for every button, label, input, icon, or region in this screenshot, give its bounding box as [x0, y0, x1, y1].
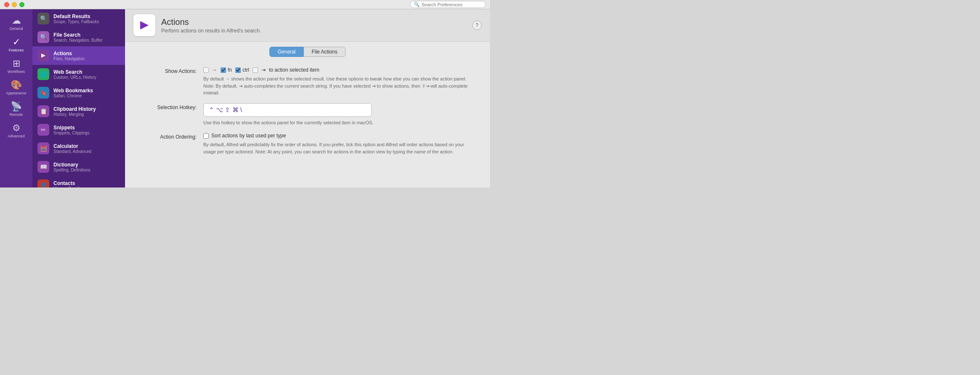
nav-panel: 🔍 Default Results Scope, Types, Fallback… [32, 9, 125, 188]
show-actions-control: → fn ctrl ⇥ to action selected [203, 67, 473, 96]
hotkey-field[interactable]: ⌃ ⌥ ⇧ ⌘ \ [203, 103, 372, 117]
traffic-lights [4, 2, 24, 7]
show-actions-description: By default → shows the action panel for … [203, 75, 473, 96]
page-subtitle: Perform actions on results in Alfred's s… [161, 28, 466, 34]
arrow-checkbox[interactable] [203, 67, 209, 73]
sidebar-label-workflows: Workflows [8, 70, 25, 74]
page-icon [133, 14, 155, 36]
nav-text-file-search: File Search Search, Navigation, Buffer [53, 32, 103, 43]
close-button[interactable] [4, 2, 9, 7]
actions-icon [37, 50, 49, 62]
sidebar: ☁ General ✓ Features ⊞ Workflows 🎨 Appea… [0, 9, 32, 188]
tab-checkbox[interactable] [253, 67, 258, 73]
sidebar-item-workflows[interactable]: ⊞ Workflows [0, 56, 32, 77]
action-ordering-text: Sort actions by last used per type [211, 133, 286, 139]
features-icon: ✓ [13, 38, 20, 47]
action-ordering-row: Action Ordering: Sort actions by last us… [142, 133, 473, 155]
nav-text-actions: Actions Files, Navigation [53, 51, 85, 61]
nav-item-clipboard[interactable]: 📋 Clipboard History History, Merging [32, 102, 125, 121]
page-title-area: Actions Perform actions on results in Al… [161, 17, 466, 34]
hotkey-symbols: ⌃ ⌥ ⇧ ⌘ \ [209, 106, 242, 114]
nav-item-web-search[interactable]: 🌐 Web Search Custom, URLs, History [32, 65, 125, 83]
tab-general[interactable]: General [269, 47, 304, 57]
show-actions-controls: → fn ctrl ⇥ to action selected [203, 67, 473, 73]
search-icon: 🔍 [414, 2, 420, 7]
general-icon: ☁ [12, 16, 21, 25]
nav-text-web-bookmarks: Web Bookmarks Safari, Chrome [53, 88, 93, 98]
show-actions-label: Show Actions: [142, 67, 197, 74]
ctrl-checkbox[interactable] [235, 67, 241, 73]
file-search-icon: 🔍 [37, 31, 49, 43]
sidebar-label-remote: Remote [10, 112, 23, 117]
search-bar[interactable]: 🔍 [410, 1, 486, 8]
search-input[interactable] [421, 2, 482, 7]
contacts-icon: 👤 [37, 179, 49, 188]
nav-text-default-results: Default Results Scope, Types, Fallbacks [53, 13, 99, 24]
content-body: Show Actions: → fn ctrl [125, 60, 490, 188]
ctrl-label: ctrl [242, 67, 249, 73]
workflows-icon: ⊞ [13, 59, 20, 68]
fn-checkbox[interactable] [221, 67, 226, 73]
minimize-button[interactable] [12, 2, 17, 7]
hotkey-description: Use this hotkey to show the actions pane… [203, 119, 473, 126]
titlebar: 🔍 [0, 0, 490, 9]
help-button[interactable]: ? [472, 21, 482, 30]
nav-item-dictionary[interactable]: 📖 Dictionary Spelling, Definitions [32, 158, 125, 176]
nav-text-web-search: Web Search Custom, URLs, History [53, 69, 96, 80]
appearance-icon: 🎨 [11, 80, 22, 90]
content-header: Actions Perform actions on results in Al… [125, 9, 490, 42]
to-action-text: to action selected item [269, 67, 319, 73]
content-area: Actions Perform actions on results in Al… [125, 9, 490, 188]
nav-text-clipboard: Clipboard History History, Merging [53, 106, 96, 117]
remote-icon: 📡 [11, 102, 22, 111]
nav-text-calculator: Calculator Standard, Advanced [53, 143, 91, 154]
ctrl-checkbox-group: ctrl [235, 67, 249, 73]
fn-checkbox-group: fn [221, 67, 232, 73]
tabs-bar: General File Actions [125, 42, 490, 60]
show-actions-row: Show Actions: → fn ctrl [142, 67, 473, 96]
sidebar-label-advanced: Advanced [8, 134, 24, 138]
sidebar-item-remote[interactable]: 📡 Remote [0, 99, 32, 120]
selection-hotkey-row: Selection Hotkey: ⌃ ⌥ ⇧ ⌘ \ Use this hot… [142, 103, 473, 126]
dictionary-icon: 📖 [37, 161, 49, 173]
web-search-icon: 🌐 [37, 68, 49, 80]
advanced-icon: ⚙ [12, 123, 21, 133]
settings-section: Show Actions: → fn ctrl [142, 67, 473, 155]
action-ordering-control: Sort actions by last used per type By de… [203, 133, 473, 155]
nav-text-snippets: Snippets Snippets, Clippings [53, 125, 90, 135]
nav-item-contacts[interactable]: 👤 Contacts Viewer, Emailing [32, 176, 125, 188]
nav-text-dictionary: Dictionary Spelling, Definitions [53, 162, 91, 172]
selection-hotkey-label: Selection Hotkey: [142, 103, 197, 110]
arrow-right-symbol: → [212, 67, 217, 73]
tab-file-actions[interactable]: File Actions [304, 47, 345, 57]
sidebar-label-features: Features [9, 48, 24, 52]
sidebar-item-general[interactable]: ☁ General [0, 13, 32, 34]
sidebar-item-appearance[interactable]: 🎨 Appearance [0, 77, 32, 99]
sidebar-item-features[interactable]: ✓ Features [0, 34, 32, 56]
svg-marker-1 [140, 21, 149, 29]
snippets-icon: ✂ [37, 124, 49, 136]
main-container: ☁ General ✓ Features ⊞ Workflows 🎨 Appea… [0, 9, 490, 188]
maximize-button[interactable] [19, 2, 24, 7]
action-ordering-group: Sort actions by last used per type [203, 133, 473, 139]
page-title: Actions [161, 17, 466, 27]
nav-item-snippets[interactable]: ✂ Snippets Snippets, Clippings [32, 121, 125, 139]
action-ordering-label: Action Ordering: [142, 133, 197, 140]
fn-label: fn [228, 67, 232, 73]
nav-item-web-bookmarks[interactable]: 🔖 Web Bookmarks Safari, Chrome [32, 83, 125, 102]
selection-hotkey-control: ⌃ ⌥ ⇧ ⌘ \ Use this hotkey to show the ac… [203, 103, 473, 126]
nav-item-actions[interactable]: Actions Files, Navigation [32, 46, 125, 65]
nav-item-file-search[interactable]: 🔍 File Search Search, Navigation, Buffer [32, 28, 125, 46]
sidebar-label-general: General [9, 27, 23, 31]
sidebar-item-advanced[interactable]: ⚙ Advanced [0, 120, 32, 142]
calculator-icon: 🧮 [37, 142, 49, 154]
action-ordering-checkbox[interactable] [203, 133, 209, 139]
nav-item-calculator[interactable]: 🧮 Calculator Standard, Advanced [32, 139, 125, 158]
sidebar-label-appearance: Appearance [6, 91, 27, 95]
nav-text-contacts: Contacts Viewer, Emailing [53, 180, 85, 188]
nav-item-default-results[interactable]: 🔍 Default Results Scope, Types, Fallback… [32, 9, 125, 28]
default-results-icon: 🔍 [37, 13, 49, 24]
svg-marker-0 [41, 54, 45, 58]
action-ordering-description: By default, Alfred will predictably fix … [203, 141, 473, 155]
tab-arrow-symbol: ⇥ [261, 67, 266, 73]
